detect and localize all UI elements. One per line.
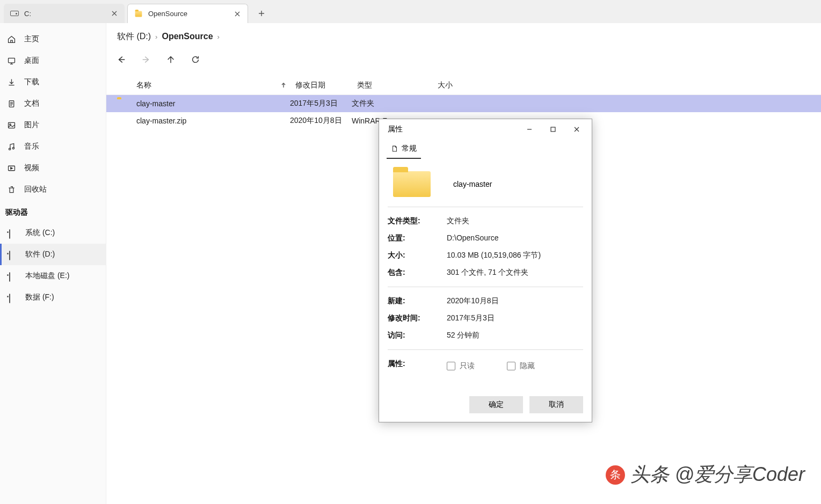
dialog-title: 属性 <box>388 125 518 134</box>
column-name[interactable]: 名称 <box>136 81 280 90</box>
picture-icon <box>7 120 17 130</box>
close-button[interactable] <box>565 121 588 138</box>
prop-label: 位置: <box>388 233 447 243</box>
refresh-button[interactable] <box>188 52 203 67</box>
file-row[interactable]: clay-master 2017年5月3日 文件夹 <box>106 95 821 112</box>
document-icon <box>7 99 17 108</box>
back-button[interactable] <box>114 52 129 67</box>
prop-label: 大小: <box>388 251 447 260</box>
svg-point-4 <box>9 148 10 150</box>
tab-label: C: <box>24 10 110 18</box>
forward-button[interactable] <box>139 52 154 67</box>
column-size[interactable]: 大小 <box>438 81 481 90</box>
drive-icon <box>10 10 19 17</box>
drive-icon <box>9 251 18 258</box>
sidebar-item-home[interactable]: 主页 <box>0 28 106 50</box>
sidebar-item-downloads[interactable]: 下载 <box>0 71 106 93</box>
svg-rect-7 <box>551 127 555 132</box>
prop-label: 包含: <box>388 268 447 277</box>
sidebar-item-desktop[interactable]: 桌面 <box>0 50 106 71</box>
drive-d[interactable]: 软件 (D:) <box>0 244 106 265</box>
sidebar-item-trash[interactable]: 回收站 <box>0 179 106 200</box>
sidebar: 主页 桌面 下载 文档 图片 音乐 视频 回收站 驱动器 <box>0 23 106 504</box>
new-tab-button[interactable] <box>253 5 270 21</box>
folder-icon <box>393 171 431 197</box>
file-date: 2020年10月8日 <box>290 116 352 126</box>
breadcrumb-item[interactable]: 软件 (D:) <box>117 31 151 42</box>
drive-icon <box>9 230 18 236</box>
sidebar-item-label: 音乐 <box>24 142 39 151</box>
sidebar-item-label: 回收站 <box>24 185 47 194</box>
minimize-button[interactable] <box>518 121 541 138</box>
sidebar-item-pictures[interactable]: 图片 <box>0 114 106 136</box>
nav-toolbar <box>106 50 821 69</box>
readonly-checkbox[interactable]: 只读 <box>447 361 475 371</box>
column-headers: 名称 修改日期 类型 大小 <box>106 76 821 95</box>
svg-point-5 <box>12 147 14 149</box>
ok-button[interactable]: 确定 <box>469 396 523 413</box>
maximize-button[interactable] <box>541 121 565 138</box>
prop-value: 2017年5月3日 <box>447 313 583 323</box>
sidebar-item-label: 文档 <box>24 99 39 108</box>
drive-c[interactable]: 系统 (C:) <box>0 222 106 244</box>
music-icon <box>7 142 17 151</box>
prop-value: D:\OpenSource <box>447 233 583 243</box>
prop-value: 10.03 MB (10,519,086 字节) <box>447 251 583 260</box>
prop-label: 文件类型: <box>388 216 447 226</box>
svg-point-3 <box>10 123 11 125</box>
drive-icon <box>9 294 18 301</box>
prop-value: 2020年10月8日 <box>447 296 583 306</box>
watermark: 条 头条 @爱分享Coder <box>606 462 805 488</box>
sidebar-item-music[interactable]: 音乐 <box>0 136 106 157</box>
file-date: 2017年5月3日 <box>290 99 352 108</box>
trash-icon <box>7 185 17 194</box>
prop-label: 属性: <box>388 359 447 371</box>
sidebar-item-label: 桌面 <box>24 56 39 65</box>
drive-label: 数据 (F:) <box>25 293 54 302</box>
drive-label: 本地磁盘 (E:) <box>25 271 69 281</box>
folder-icon <box>134 11 143 17</box>
file-name: clay-master <box>136 99 290 108</box>
drive-f[interactable]: 数据 (F:) <box>0 287 106 308</box>
close-icon[interactable] <box>233 9 242 19</box>
drive-label: 软件 (D:) <box>25 250 55 259</box>
breadcrumb: 软件 (D:) › OpenSource › <box>106 23 821 50</box>
hidden-checkbox[interactable]: 隐藏 <box>507 361 535 371</box>
sidebar-item-label: 下载 <box>24 77 39 87</box>
chevron-right-icon: › <box>155 33 157 41</box>
sidebar-item-documents[interactable]: 文档 <box>0 93 106 114</box>
cancel-button[interactable]: 取消 <box>529 396 583 413</box>
sidebar-item-label: 主页 <box>24 34 39 44</box>
chevron-right-icon: › <box>217 33 220 41</box>
sidebar-item-label: 图片 <box>24 120 39 130</box>
sidebar-item-videos[interactable]: 视频 <box>0 157 106 179</box>
download-icon <box>7 77 17 87</box>
dialog-tabs: 常规 <box>379 140 592 159</box>
document-icon <box>391 145 398 152</box>
folder-icon <box>117 99 127 108</box>
prop-label: 访问: <box>388 331 447 340</box>
properties-dialog: 属性 常规 clay-master 文件类型:文件夹 位置:D:\OpenSou… <box>379 119 592 422</box>
tab-general[interactable]: 常规 <box>387 140 421 159</box>
drive-e[interactable]: 本地磁盘 (E:) <box>0 265 106 287</box>
prop-value: 52 分钟前 <box>447 331 583 340</box>
watermark-icon: 条 <box>606 465 625 485</box>
svg-rect-0 <box>9 58 15 63</box>
prop-value: 301 个文件, 71 个文件夹 <box>447 268 583 277</box>
tab-opensource[interactable]: OpenSource <box>127 4 248 23</box>
breadcrumb-item[interactable]: OpenSource <box>162 32 213 41</box>
column-date[interactable]: 修改日期 <box>295 81 357 90</box>
prop-label: 修改时间: <box>388 313 447 323</box>
file-name: clay-master.zip <box>136 116 290 125</box>
tab-bar: C: OpenSource <box>0 0 821 23</box>
column-type[interactable]: 类型 <box>357 81 438 90</box>
drive-icon <box>9 273 18 279</box>
up-button[interactable] <box>163 52 178 67</box>
prop-value: 文件夹 <box>447 216 583 226</box>
dialog-titlebar[interactable]: 属性 <box>379 119 592 140</box>
close-icon[interactable] <box>110 9 119 18</box>
sidebar-item-label: 视频 <box>24 163 39 173</box>
drive-label: 系统 (C:) <box>25 228 55 238</box>
sort-asc-icon[interactable] <box>280 82 287 89</box>
tab-c-drive[interactable]: C: <box>4 4 125 23</box>
